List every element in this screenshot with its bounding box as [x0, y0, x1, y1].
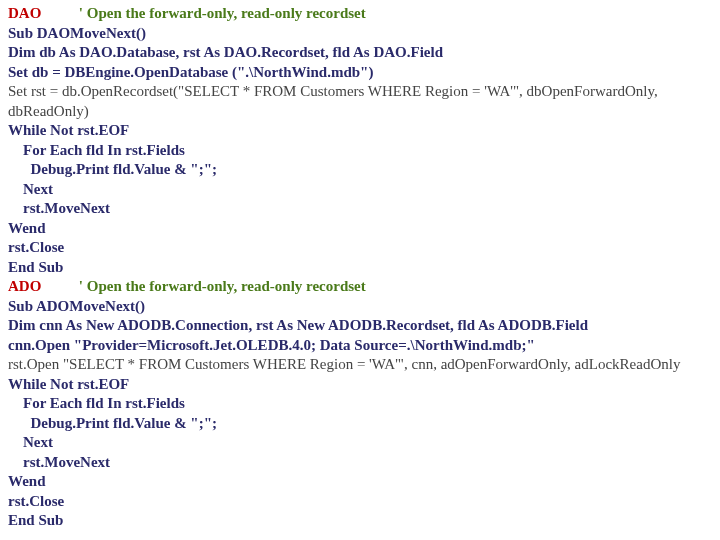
code-line: rst.MoveNext	[8, 199, 712, 219]
dao-header-line: DAO ' Open the forward-only, read-only r…	[8, 4, 712, 24]
code-line: Next	[8, 433, 712, 453]
code-line: Dim db As DAO.Database, rst As DAO.Recor…	[8, 43, 712, 63]
code-line: End Sub	[8, 258, 712, 278]
ado-tag: ADO	[8, 278, 41, 294]
code-line: While Not rst.EOF	[8, 375, 712, 395]
code-line: Sub ADOMoveNext()	[8, 297, 712, 317]
code-line: rst.MoveNext	[8, 453, 712, 473]
code-line: Wend	[8, 472, 712, 492]
code-line: Sub DAOMoveNext()	[8, 24, 712, 44]
dao-tag: DAO	[8, 5, 41, 21]
code-line: Debug.Print fld.Value & ";";	[8, 414, 712, 434]
code-block-dao: DAO ' Open the forward-only, read-only r…	[8, 4, 712, 277]
code-line: Debug.Print fld.Value & ";";	[8, 160, 712, 180]
dao-comment: ' Open the forward-only, read-only recor…	[79, 5, 366, 21]
ado-code-lines: Sub ADOMoveNext()Dim cnn As New ADODB.Co…	[8, 297, 712, 531]
code-line: Dim cnn As New ADODB.Connection, rst As …	[8, 316, 712, 336]
code-line: End Sub	[8, 511, 712, 531]
code-line: cnn.Open "Provider=Microsoft.Jet.OLEDB.4…	[8, 336, 712, 356]
code-line: For Each fld In rst.Fields	[8, 141, 712, 161]
ado-header-line: ADO ' Open the forward-only, read-only r…	[8, 277, 712, 297]
code-line: Set rst = db.OpenRecordset("SELECT * FRO…	[8, 82, 712, 121]
code-line: Next	[8, 180, 712, 200]
code-line: Wend	[8, 219, 712, 239]
code-line: rst.Close	[8, 492, 712, 512]
dao-code-lines: Sub DAOMoveNext()Dim db As DAO.Database,…	[8, 24, 712, 278]
code-line: Set db = DBEngine.OpenDatabase (".\North…	[8, 63, 712, 83]
code-line: While Not rst.EOF	[8, 121, 712, 141]
code-line: rst.Open "SELECT * FROM Customers WHERE …	[8, 355, 712, 375]
code-line: rst.Close	[8, 238, 712, 258]
code-line: For Each fld In rst.Fields	[8, 394, 712, 414]
ado-comment: ' Open the forward-only, read-only recor…	[79, 278, 366, 294]
code-block-ado: ADO ' Open the forward-only, read-only r…	[8, 277, 712, 531]
